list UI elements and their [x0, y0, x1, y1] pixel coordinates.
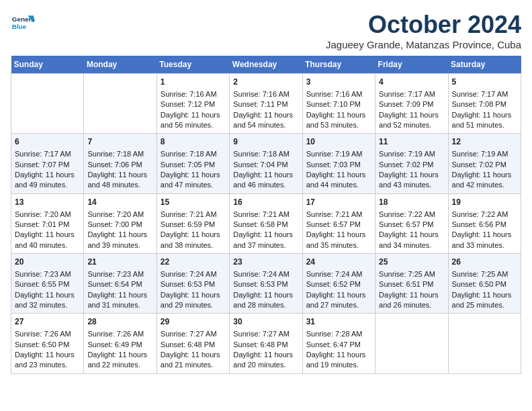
daylight-text: Daylight: 11 hours and 54 minutes.: [233, 110, 298, 131]
col-header-wednesday: Wednesday: [230, 56, 302, 74]
sunset-text: Sunset: 7:00 PM: [87, 220, 152, 230]
day-number: 10: [306, 136, 371, 148]
day-number: 5: [452, 77, 517, 88]
sunset-text: Sunset: 7:09 PM: [379, 99, 444, 109]
sunrise-text: Sunrise: 7:16 AM: [233, 89, 298, 99]
sunrise-text: Sunrise: 7:20 AM: [87, 210, 152, 220]
sunrise-text: Sunrise: 7:23 AM: [15, 269, 80, 279]
sunrise-text: Sunrise: 7:21 AM: [306, 210, 371, 220]
daylight-text: Daylight: 11 hours and 49 minutes.: [15, 170, 80, 191]
daylight-text: Daylight: 11 hours and 44 minutes.: [306, 170, 371, 191]
day-number: 16: [233, 197, 298, 208]
sunset-text: Sunset: 7:06 PM: [87, 160, 152, 170]
daylight-text: Daylight: 11 hours and 28 minutes.: [233, 290, 298, 311]
day-number: 23: [233, 257, 298, 268]
day-number: 15: [161, 197, 226, 208]
day-number: 31: [306, 316, 371, 328]
sunrise-text: Sunrise: 7:24 AM: [306, 269, 371, 279]
calendar-cell: 25Sunrise: 7:25 AMSunset: 6:51 PMDayligh…: [375, 254, 448, 314]
day-number: 29: [161, 316, 226, 328]
day-number: 8: [161, 136, 226, 148]
daylight-text: Daylight: 11 hours and 26 minutes.: [379, 290, 444, 311]
sunset-text: Sunset: 6:59 PM: [161, 220, 226, 230]
col-header-friday: Friday: [375, 56, 448, 74]
daylight-text: Daylight: 11 hours and 32 minutes.: [15, 290, 80, 311]
sunrise-text: Sunrise: 7:27 AM: [233, 329, 298, 339]
calendar-cell: 22Sunrise: 7:24 AMSunset: 6:53 PMDayligh…: [157, 254, 229, 314]
calendar-cell: 17Sunrise: 7:21 AMSunset: 6:57 PMDayligh…: [302, 193, 375, 253]
daylight-text: Daylight: 11 hours and 52 minutes.: [379, 110, 444, 131]
sunset-text: Sunset: 6:53 PM: [161, 279, 226, 289]
week-row-2: 6Sunrise: 7:17 AMSunset: 7:07 PMDaylight…: [11, 134, 521, 193]
sunset-text: Sunset: 6:48 PM: [233, 340, 298, 350]
col-header-monday: Monday: [84, 56, 157, 74]
sunset-text: Sunset: 6:52 PM: [306, 279, 371, 289]
day-number: 27: [15, 316, 80, 328]
col-header-saturday: Saturday: [448, 56, 521, 74]
sunrise-text: Sunrise: 7:28 AM: [306, 329, 371, 339]
calendar-cell: 14Sunrise: 7:20 AMSunset: 7:00 PMDayligh…: [84, 193, 157, 253]
day-number: 1: [161, 77, 226, 88]
daylight-text: Daylight: 11 hours and 34 minutes.: [379, 230, 444, 250]
daylight-text: Daylight: 11 hours and 42 minutes.: [452, 170, 517, 191]
calendar-cell: 21Sunrise: 7:23 AMSunset: 6:54 PMDayligh…: [84, 254, 157, 314]
daylight-text: Daylight: 11 hours and 23 minutes.: [15, 350, 80, 371]
sunset-text: Sunset: 6:50 PM: [15, 340, 80, 350]
calendar-cell: [11, 74, 84, 134]
daylight-text: Daylight: 11 hours and 48 minutes.: [87, 170, 152, 191]
day-number: 28: [87, 316, 152, 328]
sunrise-text: Sunrise: 7:24 AM: [233, 269, 298, 279]
calendar-cell: [375, 314, 448, 373]
calendar-cell: 26Sunrise: 7:25 AMSunset: 6:50 PMDayligh…: [448, 254, 521, 314]
daylight-text: Daylight: 11 hours and 39 minutes.: [87, 230, 152, 250]
day-number: 14: [87, 197, 152, 208]
day-number: 2: [233, 77, 298, 88]
day-number: 17: [306, 197, 371, 208]
calendar-table: SundayMondayTuesdayWednesdayThursdayFrid…: [11, 56, 521, 374]
calendar-cell: [84, 74, 157, 134]
day-number: 25: [379, 257, 444, 268]
sunset-text: Sunset: 6:50 PM: [452, 279, 517, 289]
sunset-text: Sunset: 7:04 PM: [233, 160, 298, 170]
calendar-cell: 30Sunrise: 7:27 AMSunset: 6:48 PMDayligh…: [230, 314, 302, 373]
calendar-cell: 23Sunrise: 7:24 AMSunset: 6:53 PMDayligh…: [230, 254, 302, 314]
day-number: 6: [15, 136, 80, 148]
col-header-tuesday: Tuesday: [157, 56, 229, 74]
calendar-cell: 24Sunrise: 7:24 AMSunset: 6:52 PMDayligh…: [302, 254, 375, 314]
sunset-text: Sunset: 6:51 PM: [379, 279, 444, 289]
sunrise-text: Sunrise: 7:16 AM: [161, 89, 226, 99]
sunrise-text: Sunrise: 7:23 AM: [87, 269, 152, 279]
calendar-cell: 15Sunrise: 7:21 AMSunset: 6:59 PMDayligh…: [157, 193, 229, 253]
calendar-cell: 19Sunrise: 7:22 AMSunset: 6:56 PMDayligh…: [448, 193, 521, 253]
day-number: 24: [306, 257, 371, 268]
week-row-3: 13Sunrise: 7:20 AMSunset: 7:01 PMDayligh…: [11, 193, 521, 253]
sunrise-text: Sunrise: 7:17 AM: [452, 89, 517, 99]
calendar-cell: 13Sunrise: 7:20 AMSunset: 7:01 PMDayligh…: [11, 193, 84, 253]
calendar-cell: 11Sunrise: 7:19 AMSunset: 7:02 PMDayligh…: [375, 134, 448, 193]
day-number: 9: [233, 136, 298, 148]
sunrise-text: Sunrise: 7:18 AM: [161, 149, 226, 159]
sunset-text: Sunset: 6:53 PM: [233, 279, 298, 289]
sunset-text: Sunset: 7:05 PM: [161, 160, 226, 170]
calendar-cell: 2Sunrise: 7:16 AMSunset: 7:11 PMDaylight…: [230, 74, 302, 134]
col-header-sunday: Sunday: [11, 56, 84, 74]
sunset-text: Sunset: 7:02 PM: [379, 160, 444, 170]
daylight-text: Daylight: 11 hours and 25 minutes.: [452, 290, 517, 311]
daylight-text: Daylight: 11 hours and 56 minutes.: [161, 110, 226, 131]
day-number: 3: [306, 77, 371, 88]
week-row-5: 27Sunrise: 7:26 AMSunset: 6:50 PMDayligh…: [11, 314, 521, 373]
calendar-cell: 18Sunrise: 7:22 AMSunset: 6:57 PMDayligh…: [375, 193, 448, 253]
sunset-text: Sunset: 6:56 PM: [452, 220, 517, 230]
sunset-text: Sunset: 6:47 PM: [306, 340, 371, 350]
calendar-cell: 29Sunrise: 7:27 AMSunset: 6:48 PMDayligh…: [157, 314, 229, 373]
day-number: 26: [452, 257, 517, 268]
sunset-text: Sunset: 7:03 PM: [306, 160, 371, 170]
calendar-cell: 3Sunrise: 7:16 AMSunset: 7:10 PMDaylight…: [302, 74, 375, 134]
daylight-text: Daylight: 11 hours and 38 minutes.: [161, 230, 226, 250]
sunset-text: Sunset: 7:12 PM: [161, 99, 226, 109]
daylight-text: Daylight: 11 hours and 31 minutes.: [87, 290, 152, 311]
day-number: 30: [233, 316, 298, 328]
sunset-text: Sunset: 7:02 PM: [452, 160, 517, 170]
col-header-thursday: Thursday: [302, 56, 375, 74]
week-row-1: 1Sunrise: 7:16 AMSunset: 7:12 PMDaylight…: [11, 74, 521, 134]
